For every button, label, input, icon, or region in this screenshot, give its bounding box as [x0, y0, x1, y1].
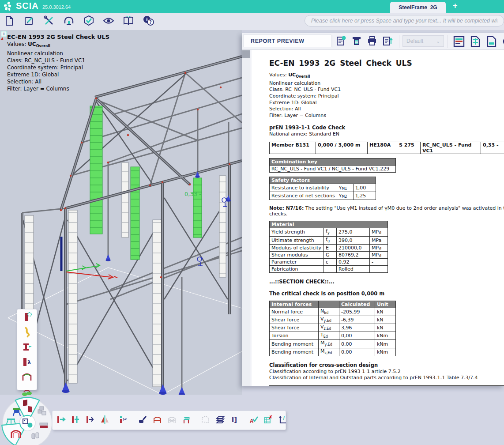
result-legend-line: Coordinate system: Principal — [7, 64, 109, 71]
classification-title: Classification for cross-section design — [269, 362, 504, 368]
check-diagrams-green — [90, 106, 202, 260]
edit-icon[interactable] — [23, 15, 35, 26]
portal-frame-hinged-icon[interactable] — [167, 415, 177, 426]
svg-text:✂: ✂ — [123, 416, 127, 422]
report-preview-panel: REPORT PREVIEW Default ⌄ 100 — [242, 33, 504, 386]
input-panel-toolbar: λ — [17, 309, 37, 390]
arch-frame-icon[interactable] — [21, 371, 33, 385]
classification-line: Classification according to prEN 1993-1-… — [269, 369, 504, 375]
scrollbar-thumb[interactable] — [242, 50, 250, 58]
frame-grid-icon[interactable] — [181, 415, 192, 426]
check-value-label: 0,33 - — [184, 191, 201, 197]
code-check-title: prEN 1993-1-1 Code Check — [269, 124, 504, 131]
svg-text:?: ? — [149, 20, 152, 25]
report-meta-line: Filter: Layer = Columns — [269, 113, 504, 119]
report-page: EC-EN 1993 2G Steel Check ULS Values: UC… — [252, 50, 504, 386]
delete-table-icon[interactable]: ✗ — [263, 415, 273, 426]
workstation-icon[interactable] — [63, 15, 75, 26]
page-setup-icon[interactable] — [469, 35, 481, 49]
report-title: EC-EN 1993 2G Steel Check ULS — [269, 59, 504, 68]
visibility-icon[interactable] — [103, 15, 114, 26]
app-version: 25.0.3012.64 — [42, 4, 71, 10]
page-preview-icon[interactable] — [485, 35, 498, 49]
wheel-icon-floor-stack[interactable] — [40, 423, 48, 428]
help-icon[interactable]: i? — [143, 15, 154, 26]
safety-factors-table: Safety factors Resistance to instability… — [269, 177, 376, 200]
new-report-icon[interactable] — [335, 35, 347, 49]
classification-line: Classification of Internal and Outstand … — [269, 375, 504, 381]
connect-node-icon[interactable] — [85, 415, 95, 426]
zoom-100-icon[interactable]: 100 — [502, 35, 504, 49]
report-panel-header: REPORT PREVIEW Default ⌄ 100 — [242, 33, 504, 50]
result-legend-line: Class: RC_NC_ULS - Fund VC1 — [7, 57, 109, 64]
member-column-icon[interactable] — [21, 311, 33, 324]
internal-forces-table: Internal forcesCalculatedUnit Normal for… — [269, 301, 396, 356]
report-meta-line: Coordinate system: Principal — [269, 93, 504, 100]
main-toolbar-icons: i? — [4, 15, 154, 26]
result-legend-line: Selection: All — [7, 78, 109, 85]
note-line2: checks. — [269, 211, 504, 217]
polygon-selection-icon[interactable] — [200, 415, 211, 426]
note-line: Note: N7/16: The setting "Use γM1 instea… — [269, 205, 504, 211]
curved-beam-icon[interactable] — [21, 326, 33, 339]
rename-icon[interactable]: I] — [229, 415, 240, 426]
code-check-annex: National annex: Standard EN — [269, 131, 504, 138]
print-icon[interactable] — [366, 35, 378, 49]
scia-logo-icon — [3, 1, 14, 12]
new-document-icon[interactable] — [4, 15, 15, 26]
section-check-heading: ...::SECTION CHECK::... — [269, 279, 504, 285]
report-meta-line: Selection: All — [269, 106, 504, 113]
report-toolbar-left — [335, 35, 393, 49]
modify-toolbar: ✂ I] A ✗ i — [52, 411, 286, 430]
cut-member-icon[interactable]: ✂ — [119, 415, 129, 426]
result-legend-values: Values: UCOverall — [7, 41, 109, 50]
check-input-icon[interactable]: A — [248, 415, 259, 426]
report-template-dropdown[interactable]: Default ⌄ — [402, 35, 444, 47]
connect-members-icon[interactable] — [71, 415, 81, 426]
cross-section-icon[interactable] — [21, 341, 33, 354]
result-legend-title: EC-EN 1993 2G Steel Check ULS — [7, 34, 109, 41]
mirror-icon[interactable] — [100, 415, 110, 426]
report-meta-line: Class: RC_NC_ULS - Fund VC1 — [269, 87, 504, 93]
layers-icon[interactable] — [215, 415, 225, 426]
combination-key-table: Combination key RC_NC_ULS - Fund VC1 / N… — [269, 158, 396, 173]
copy-properties-icon[interactable] — [138, 415, 148, 426]
buckling-length-icon[interactable]: λ — [21, 356, 33, 370]
classification-table: Id Type c[mm] t[mm] σ1[kN/m²] σ2[kN/m²] … — [269, 385, 504, 386]
report-meta-line: Nonlinear calculation — [269, 80, 504, 87]
tools-icon[interactable] — [43, 15, 55, 26]
brand-name: SCIA — [16, 1, 39, 11]
material-table: Material Yield strengthfy275,0MPa Ultima… — [269, 221, 388, 272]
model-check-icon[interactable] — [83, 15, 94, 26]
new-tab-button[interactable]: + — [453, 1, 458, 11]
project-tab[interactable]: SteelFrame_2G — [390, 2, 446, 13]
result-legend-line: Extreme 1D: Global — [7, 71, 109, 78]
report-meta-line: Extreme 1D: Global — [269, 100, 504, 106]
scia-application-window: SCIA 25.0.3012.64 SteelFrame_2G + i? — [0, 0, 504, 445]
report-values-line: Values: UCOverall — [269, 72, 504, 80]
spacebar-command-input[interactable] — [305, 15, 504, 26]
coordinate-info-icon[interactable]: i — [278, 415, 288, 426]
svg-text:I]: I] — [232, 416, 237, 424]
critical-check-line: The critical check is on position 0,000 … — [269, 290, 504, 297]
library-icon[interactable] — [123, 15, 134, 26]
report-panel-title[interactable]: REPORT PREVIEW — [243, 34, 331, 47]
insert-item-icon[interactable] — [351, 35, 362, 49]
table-of-contents-icon[interactable] — [453, 35, 465, 49]
dropdown-value: Default — [406, 38, 423, 44]
svg-text:i: i — [283, 415, 285, 421]
title-bar: SCIA 25.0.3012.64 SteelFrame_2G + — [0, 0, 504, 13]
member-summary-table: Member B131 0,000 / 3,000 m HE180A S 275… — [269, 142, 504, 154]
result-legend-line: Filter: Layer = Columns — [7, 85, 109, 92]
chevron-down-icon: ⌄ — [436, 39, 440, 44]
result-legend-line: Nonlinear calculation — [7, 50, 109, 57]
svg-text:λ: λ — [27, 359, 31, 366]
report-toolbar-right: 100 — [453, 35, 504, 49]
result-legend: EC-EN 1993 2G Steel Check ULS Values: UC… — [7, 34, 109, 92]
viewport-info-icon[interactable]: i — [1, 31, 7, 37]
svg-text:✗: ✗ — [268, 415, 272, 420]
report-scrollbar[interactable] — [242, 50, 250, 386]
portal-frame-icon[interactable] — [152, 415, 162, 426]
extend-member-icon[interactable] — [56, 415, 66, 426]
export-icon[interactable] — [382, 35, 393, 49]
